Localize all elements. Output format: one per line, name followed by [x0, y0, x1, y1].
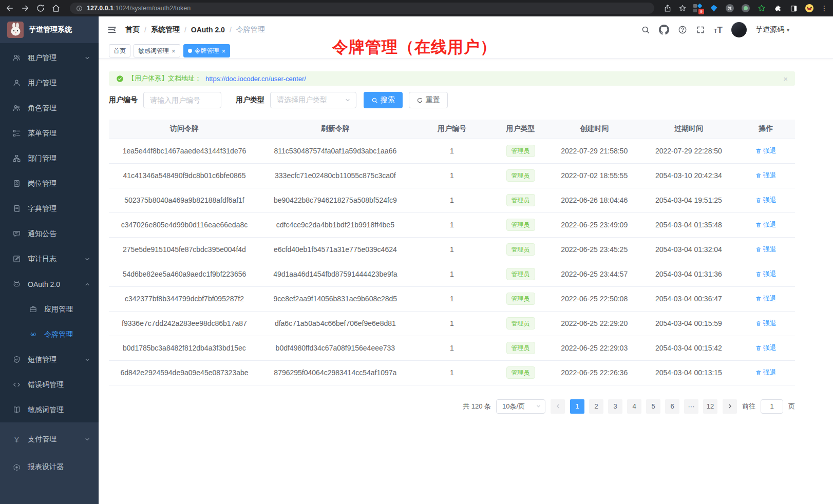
fullscreen-icon[interactable] — [696, 25, 705, 34]
page-button-6[interactable]: 6 — [665, 399, 679, 414]
created-time-cell: 2022-06-25 23:45:25 — [548, 237, 640, 262]
browser-forward-icon[interactable] — [21, 4, 30, 13]
force-logout-link[interactable]: 强退 — [755, 368, 777, 377]
refresh-token-cell: 49d1aa46d1454fbd87591444423be9fa — [260, 262, 411, 286]
sidebar-item-sms[interactable]: 短信管理 — [0, 347, 99, 372]
sidebar-item-oauth2-app[interactable]: 应用管理 — [0, 297, 99, 322]
share-icon[interactable] — [664, 4, 672, 12]
refresh-token-cell: 811c530487574fa0af1a59d3abc1aa66 — [260, 139, 411, 163]
sensitive-words-icon — [12, 405, 21, 414]
user-menu[interactable]: 芋道源码 ▾ — [755, 25, 789, 34]
dictionary-icon — [12, 204, 21, 213]
browser-back-icon[interactable] — [5, 4, 14, 13]
breadcrumb-item[interactable]: 系统管理 — [151, 25, 180, 34]
page-size-select[interactable]: 10条/页 — [496, 399, 545, 414]
tab-token[interactable]: 令牌管理× — [183, 44, 231, 57]
alert-close-icon[interactable]: × — [783, 74, 788, 83]
force-logout-link[interactable]: 强退 — [755, 343, 777, 353]
extension-squares-icon[interactable]: 9 — [693, 4, 703, 13]
force-logout-link[interactable]: 强退 — [755, 171, 777, 180]
sidebar-item-menu[interactable]: 菜单管理 — [0, 121, 99, 146]
force-logout-link[interactable]: 强退 — [755, 319, 777, 328]
sidebar-item-report[interactable]: 报表设计器 — [0, 453, 99, 481]
table-row: b0d1785bc3a8482f812db4a3f3bd15ecb0df4980… — [109, 336, 795, 360]
access-token-cell: 41c41346a548490f9dc8b01c6bfe0865 — [109, 163, 260, 188]
sidebar-item-label: 短信管理 — [28, 355, 84, 364]
sidebar-item-dict[interactable]: 字典管理 — [0, 196, 99, 221]
page-button-5[interactable]: 5 — [646, 399, 660, 414]
tab-home[interactable]: 首页 — [109, 44, 130, 57]
doc-link[interactable]: https://doc.iocoder.cn/user-center/ — [205, 75, 306, 83]
sidebar-item-role[interactable]: 角色管理 — [0, 95, 99, 121]
extension-gem-icon[interactable] — [709, 4, 718, 13]
extension-emoji-icon[interactable] — [805, 4, 814, 13]
force-logout-link[interactable]: 强退 — [755, 245, 777, 254]
refresh-token-cell: 333ecfc71e02480cb11055c875c3ca0f — [260, 163, 411, 188]
browser-menu-icon[interactable]: ⋮ — [821, 4, 828, 12]
org-chart-icon — [12, 154, 21, 163]
user-type-badge: 管理员 — [506, 145, 535, 157]
sidebar-item-post[interactable]: 岗位管理 — [0, 171, 99, 196]
sidebar-item-error-code[interactable]: 错误码管理 — [0, 372, 99, 397]
user-avatar[interactable] — [731, 22, 747, 37]
tab-sensitive-words[interactable]: 敏感词管理× — [134, 44, 180, 57]
sidebar-item-user[interactable]: 用户管理 — [0, 70, 99, 95]
sidebar-item-oauth2-token[interactable]: 令牌管理 — [0, 322, 99, 347]
browser-reload-icon[interactable] — [36, 4, 45, 13]
user-id-cell: 1 — [411, 237, 493, 262]
page-button-1[interactable]: 1 — [570, 399, 584, 414]
force-logout-link[interactable]: 强退 — [755, 220, 777, 229]
page-button-4[interactable]: 4 — [627, 399, 641, 414]
sidebar-item-label: 菜单管理 — [28, 129, 90, 138]
sidebar-item-audit-log[interactable]: 审计日志 — [0, 246, 99, 272]
force-logout-link[interactable]: 强退 — [755, 196, 777, 205]
github-icon[interactable] — [659, 25, 669, 35]
refresh-token-cell: dfa6c71a50a54c66bef706ef9e6e8d81 — [260, 311, 411, 336]
next-page-button[interactable] — [723, 399, 737, 414]
tab-close-icon[interactable]: × — [172, 48, 176, 54]
sidebar-item-label: OAuth 2.0 — [28, 280, 84, 288]
search-icon[interactable] — [641, 25, 650, 34]
search-button[interactable]: 搜索 — [364, 92, 403, 108]
expire-time-cell: 2054-03-04 00:15:42 — [640, 336, 736, 360]
prev-page-button[interactable] — [551, 399, 565, 414]
extension-puzzle-icon[interactable] — [773, 4, 782, 13]
help-icon[interactable] — [678, 25, 687, 34]
role-users-icon — [12, 104, 21, 112]
token-table: 访问令牌刷新令牌用户编号用户类型创建时间过期时间操作 1ea5e44f8bc14… — [109, 120, 795, 385]
sidebar: 芋道管理系统 租户管理用户管理角色管理菜单管理部门管理岗位管理字典管理通知公告审… — [0, 16, 99, 504]
user-type-select[interactable]: 请选择用户类型 — [270, 92, 356, 108]
sidebar-item-dept[interactable]: 部门管理 — [0, 146, 99, 171]
force-logout-link[interactable]: 强退 — [755, 294, 777, 303]
sidebar-item-sensitive[interactable]: 敏感词管理 — [0, 397, 99, 422]
app-logo-bar[interactable]: 芋道管理系统 — [0, 16, 99, 43]
sidebar-collapse-icon[interactable] — [107, 25, 117, 35]
address-bar[interactable]: 127.0.0.1:1024/system/oauth2/token — [70, 3, 654, 14]
bookmark-star-icon[interactable] — [678, 4, 687, 12]
goto-page-input[interactable] — [761, 399, 783, 414]
browser-home-icon[interactable] — [51, 4, 61, 13]
tab-close-icon[interactable]: × — [222, 48, 226, 54]
user-id-input[interactable] — [143, 92, 221, 108]
pagination-ellipsis[interactable]: ··· — [684, 399, 698, 414]
site-info-icon[interactable] — [76, 5, 83, 12]
force-logout-link[interactable]: 强退 — [755, 269, 777, 279]
sidebar-item-oauth2[interactable]: OAuth 2.0 — [0, 272, 99, 297]
page-button-12[interactable]: 12 — [703, 399, 717, 414]
page-button-3[interactable]: 3 — [608, 399, 622, 414]
extension-side-panel-icon[interactable] — [789, 4, 798, 13]
page-button-2[interactable]: 2 — [589, 399, 603, 414]
sidebar-item-notice[interactable]: 通知公告 — [0, 221, 99, 246]
sidebar-item-pay[interactable]: ¥支付管理 — [0, 425, 99, 453]
reset-button[interactable]: 重置 — [409, 92, 448, 108]
breadcrumb-item[interactable]: 首页 — [125, 25, 140, 34]
extension-record-icon[interactable] — [741, 4, 750, 13]
chevron-down-icon — [84, 256, 90, 262]
extension-badge: 9 — [698, 9, 704, 14]
extension-green-star-icon[interactable] — [757, 4, 766, 13]
sidebar-item-tenant[interactable]: 租户管理 — [0, 45, 99, 70]
force-logout-link[interactable]: 强退 — [755, 146, 777, 156]
breadcrumb-item[interactable]: OAuth 2.0 — [191, 26, 225, 34]
font-size-icon[interactable]: TT — [714, 26, 723, 34]
extension-command-icon[interactable] — [725, 4, 734, 13]
